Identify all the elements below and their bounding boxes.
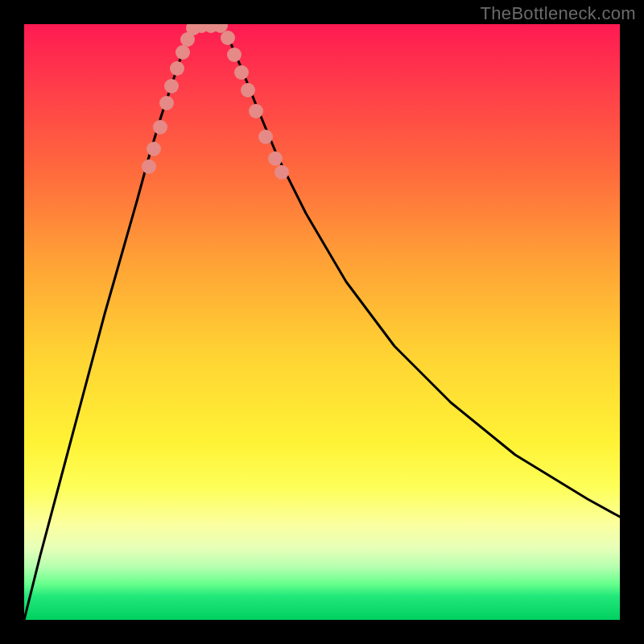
data-dot bbox=[258, 130, 273, 144]
data-dot bbox=[164, 79, 179, 93]
data-dot bbox=[275, 165, 289, 180]
data-dot bbox=[221, 31, 235, 45]
v-curve-path bbox=[24, 26, 620, 620]
data-dot bbox=[159, 96, 174, 110]
data-dot bbox=[153, 120, 167, 134]
data-dot bbox=[234, 65, 249, 80]
data-dot bbox=[142, 159, 156, 174]
data-dot bbox=[147, 142, 161, 156]
bottleneck-curve bbox=[24, 26, 620, 620]
plot-background bbox=[24, 24, 620, 620]
chart-svg bbox=[24, 24, 620, 620]
watermark-text: TheBottleneck.com bbox=[481, 3, 636, 24]
data-dot bbox=[268, 151, 283, 166]
data-dot bbox=[249, 104, 263, 118]
data-dot bbox=[170, 61, 184, 76]
chart-frame: TheBottleneck.com bbox=[0, 0, 644, 644]
data-dot bbox=[175, 45, 190, 60]
data-dot bbox=[227, 47, 242, 62]
data-dot bbox=[241, 83, 255, 97]
data-dots bbox=[142, 24, 289, 180]
